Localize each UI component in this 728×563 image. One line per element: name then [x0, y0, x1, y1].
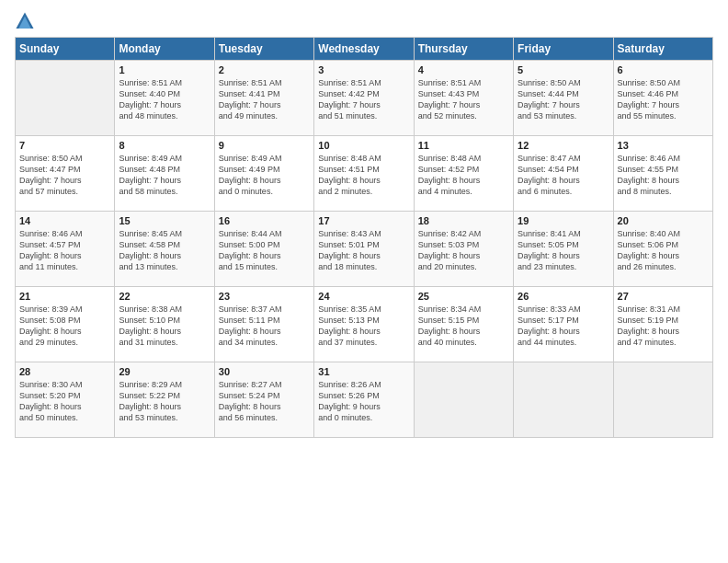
calendar-cell: 4Sunrise: 8:51 AM Sunset: 4:43 PM Daylig…: [414, 61, 513, 136]
day-info: Sunrise: 8:49 AM Sunset: 4:49 PM Dayligh…: [219, 153, 310, 198]
day-info: Sunrise: 8:30 AM Sunset: 5:20 PM Dayligh…: [19, 379, 110, 424]
calendar-cell: 28Sunrise: 8:30 AM Sunset: 5:20 PM Dayli…: [16, 362, 115, 438]
day-number: 14: [19, 215, 110, 226]
calendar-cell: 19Sunrise: 8:41 AM Sunset: 5:05 PM Dayli…: [514, 212, 613, 287]
day-number: 3: [318, 64, 409, 75]
day-number: 11: [418, 140, 509, 151]
day-info: Sunrise: 8:34 AM Sunset: 5:15 PM Dayligh…: [418, 304, 509, 349]
day-number: 30: [219, 366, 310, 377]
day-info: Sunrise: 8:45 AM Sunset: 4:58 PM Dayligh…: [119, 228, 210, 273]
calendar-week-row: 21Sunrise: 8:39 AM Sunset: 5:08 PM Dayli…: [16, 287, 713, 362]
calendar-cell: [16, 61, 115, 136]
calendar-cell: [414, 362, 513, 438]
calendar-cell: [613, 362, 712, 438]
day-info: Sunrise: 8:40 AM Sunset: 5:06 PM Dayligh…: [618, 228, 709, 273]
calendar-cell: 6Sunrise: 8:50 AM Sunset: 4:46 PM Daylig…: [613, 61, 712, 136]
header: [15, 11, 713, 31]
day-info: Sunrise: 8:47 AM Sunset: 4:54 PM Dayligh…: [518, 153, 609, 198]
day-info: Sunrise: 8:38 AM Sunset: 5:10 PM Dayligh…: [119, 304, 210, 349]
calendar-cell: 27Sunrise: 8:31 AM Sunset: 5:19 PM Dayli…: [613, 287, 712, 362]
calendar-week-row: 28Sunrise: 8:30 AM Sunset: 5:20 PM Dayli…: [16, 362, 713, 438]
day-info: Sunrise: 8:46 AM Sunset: 4:57 PM Dayligh…: [19, 228, 110, 273]
day-number: 5: [518, 64, 609, 75]
calendar-header-tuesday: Tuesday: [214, 38, 313, 61]
day-info: Sunrise: 8:37 AM Sunset: 5:11 PM Dayligh…: [219, 304, 310, 349]
calendar-week-row: 1Sunrise: 8:51 AM Sunset: 4:40 PM Daylig…: [16, 61, 713, 136]
day-number: 26: [518, 291, 609, 302]
day-info: Sunrise: 8:31 AM Sunset: 5:19 PM Dayligh…: [618, 304, 709, 349]
day-number: 31: [318, 366, 409, 377]
calendar-cell: 26Sunrise: 8:33 AM Sunset: 5:17 PM Dayli…: [514, 287, 613, 362]
calendar-cell: 25Sunrise: 8:34 AM Sunset: 5:15 PM Dayli…: [414, 287, 513, 362]
calendar-week-row: 14Sunrise: 8:46 AM Sunset: 4:57 PM Dayli…: [16, 212, 713, 287]
calendar-cell: 2Sunrise: 8:51 AM Sunset: 4:41 PM Daylig…: [214, 61, 313, 136]
day-number: 20: [618, 215, 709, 226]
day-info: Sunrise: 8:41 AM Sunset: 5:05 PM Dayligh…: [518, 228, 609, 273]
day-info: Sunrise: 8:42 AM Sunset: 5:03 PM Dayligh…: [418, 228, 509, 273]
day-number: 2: [219, 64, 310, 75]
calendar-cell: 17Sunrise: 8:43 AM Sunset: 5:01 PM Dayli…: [314, 212, 414, 287]
calendar-cell: 16Sunrise: 8:44 AM Sunset: 5:00 PM Dayli…: [214, 212, 313, 287]
calendar-cell: 24Sunrise: 8:35 AM Sunset: 5:13 PM Dayli…: [314, 287, 414, 362]
day-info: Sunrise: 8:48 AM Sunset: 4:51 PM Dayligh…: [318, 153, 409, 198]
day-info: Sunrise: 8:43 AM Sunset: 5:01 PM Dayligh…: [318, 228, 409, 273]
day-number: 29: [119, 366, 210, 377]
day-info: Sunrise: 8:50 AM Sunset: 4:46 PM Dayligh…: [618, 77, 709, 122]
calendar-cell: 7Sunrise: 8:50 AM Sunset: 4:47 PM Daylig…: [16, 136, 115, 212]
calendar-cell: 20Sunrise: 8:40 AM Sunset: 5:06 PM Dayli…: [613, 212, 712, 287]
calendar-cell: 12Sunrise: 8:47 AM Sunset: 4:54 PM Dayli…: [514, 136, 613, 212]
day-number: 12: [518, 140, 609, 151]
calendar-cell: 3Sunrise: 8:51 AM Sunset: 4:42 PM Daylig…: [314, 61, 414, 136]
calendar-cell: 14Sunrise: 8:46 AM Sunset: 4:57 PM Dayli…: [16, 212, 115, 287]
day-number: 23: [219, 291, 310, 302]
day-number: 24: [318, 291, 409, 302]
calendar-cell: 5Sunrise: 8:50 AM Sunset: 4:44 PM Daylig…: [514, 61, 613, 136]
calendar-cell: 18Sunrise: 8:42 AM Sunset: 5:03 PM Dayli…: [414, 212, 513, 287]
day-info: Sunrise: 8:51 AM Sunset: 4:43 PM Dayligh…: [418, 77, 509, 122]
calendar-header-friday: Friday: [514, 38, 613, 61]
day-info: Sunrise: 8:48 AM Sunset: 4:52 PM Dayligh…: [418, 153, 509, 198]
calendar-header-saturday: Saturday: [613, 38, 712, 61]
calendar-table: SundayMondayTuesdayWednesdayThursdayFrid…: [15, 37, 713, 438]
logo-icon: [15, 11, 35, 31]
calendar-header-sunday: Sunday: [16, 38, 115, 61]
day-info: Sunrise: 8:26 AM Sunset: 5:26 PM Dayligh…: [318, 379, 409, 424]
day-number: 28: [19, 366, 110, 377]
calendar-cell: 11Sunrise: 8:48 AM Sunset: 4:52 PM Dayli…: [414, 136, 513, 212]
day-info: Sunrise: 8:46 AM Sunset: 4:55 PM Dayligh…: [618, 153, 709, 198]
day-number: 1: [119, 64, 210, 75]
day-info: Sunrise: 8:39 AM Sunset: 5:08 PM Dayligh…: [19, 304, 110, 349]
day-number: 18: [418, 215, 509, 226]
calendar-header-wednesday: Wednesday: [314, 38, 414, 61]
day-info: Sunrise: 8:44 AM Sunset: 5:00 PM Dayligh…: [219, 228, 310, 273]
calendar-header-monday: Monday: [115, 38, 214, 61]
day-number: 4: [418, 64, 509, 75]
day-info: Sunrise: 8:29 AM Sunset: 5:22 PM Dayligh…: [119, 379, 210, 424]
day-number: 10: [318, 140, 409, 151]
calendar-cell: 13Sunrise: 8:46 AM Sunset: 4:55 PM Dayli…: [613, 136, 712, 212]
day-number: 17: [318, 215, 409, 226]
day-info: Sunrise: 8:49 AM Sunset: 4:48 PM Dayligh…: [119, 153, 210, 198]
calendar-cell: 30Sunrise: 8:27 AM Sunset: 5:24 PM Dayli…: [214, 362, 313, 438]
day-number: 9: [219, 140, 310, 151]
page: SundayMondayTuesdayWednesdayThursdayFrid…: [0, 0, 728, 447]
logo: [15, 11, 37, 31]
day-number: 25: [418, 291, 509, 302]
calendar-cell: 9Sunrise: 8:49 AM Sunset: 4:49 PM Daylig…: [214, 136, 313, 212]
calendar-header-thursday: Thursday: [414, 38, 513, 61]
day-info: Sunrise: 8:51 AM Sunset: 4:40 PM Dayligh…: [119, 77, 210, 122]
day-number: 22: [119, 291, 210, 302]
day-number: 8: [119, 140, 210, 151]
calendar-cell: 29Sunrise: 8:29 AM Sunset: 5:22 PM Dayli…: [115, 362, 214, 438]
day-number: 16: [219, 215, 310, 226]
calendar-cell: 1Sunrise: 8:51 AM Sunset: 4:40 PM Daylig…: [115, 61, 214, 136]
day-info: Sunrise: 8:35 AM Sunset: 5:13 PM Dayligh…: [318, 304, 409, 349]
day-info: Sunrise: 8:27 AM Sunset: 5:24 PM Dayligh…: [219, 379, 310, 424]
calendar-week-row: 7Sunrise: 8:50 AM Sunset: 4:47 PM Daylig…: [16, 136, 713, 212]
calendar-cell: [514, 362, 613, 438]
day-info: Sunrise: 8:51 AM Sunset: 4:41 PM Dayligh…: [219, 77, 310, 122]
day-info: Sunrise: 8:51 AM Sunset: 4:42 PM Dayligh…: [318, 77, 409, 122]
calendar-cell: 8Sunrise: 8:49 AM Sunset: 4:48 PM Daylig…: [115, 136, 214, 212]
day-number: 6: [618, 64, 709, 75]
calendar-cell: 22Sunrise: 8:38 AM Sunset: 5:10 PM Dayli…: [115, 287, 214, 362]
